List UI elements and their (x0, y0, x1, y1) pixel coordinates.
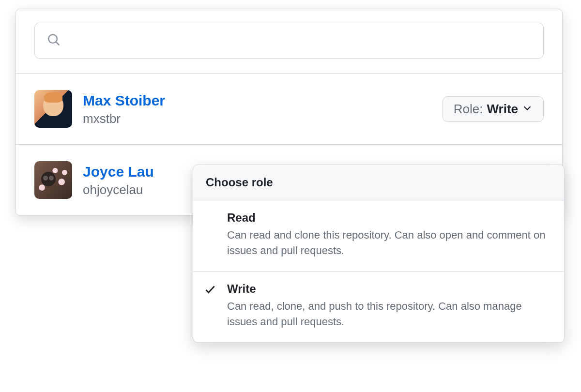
user-name-link[interactable]: Max Stoiber (83, 91, 165, 110)
option-title: Read (227, 211, 551, 225)
role-dropdown: Choose role Read Can read and clone this… (193, 165, 565, 343)
option-title: Write (227, 282, 551, 296)
svg-point-0 (48, 34, 57, 43)
role-value: Write (487, 102, 518, 117)
avatar (34, 90, 72, 128)
role-option-write[interactable]: Write Can read, clone, and push to this … (193, 271, 564, 342)
user-handle: mxstbr (83, 111, 165, 127)
user-info: Max Stoiber mxstbr (83, 91, 165, 127)
avatar (34, 161, 72, 199)
search-input[interactable] (34, 23, 544, 59)
search-region (16, 9, 562, 74)
user-handle: ohjoycelau (83, 182, 154, 198)
option-description: Can read, clone, and push to this reposi… (227, 299, 551, 330)
search-icon (46, 32, 61, 49)
dropdown-header: Choose role (193, 165, 564, 200)
user-info: Joyce Lau ohjoycelau (83, 162, 154, 198)
role-option-read[interactable]: Read Can read and clone this repository.… (193, 200, 564, 271)
role-select-button[interactable]: Role: Write (443, 96, 544, 122)
role-prefix: Role: (454, 102, 483, 117)
user-row: Max Stoiber mxstbr Role: Write (16, 74, 562, 145)
option-description: Can read and clone this repository. Can … (227, 227, 551, 258)
user-name-link[interactable]: Joyce Lau (83, 162, 154, 181)
chevron-down-icon (522, 102, 533, 117)
svg-line-1 (56, 42, 59, 45)
check-icon (204, 283, 216, 298)
